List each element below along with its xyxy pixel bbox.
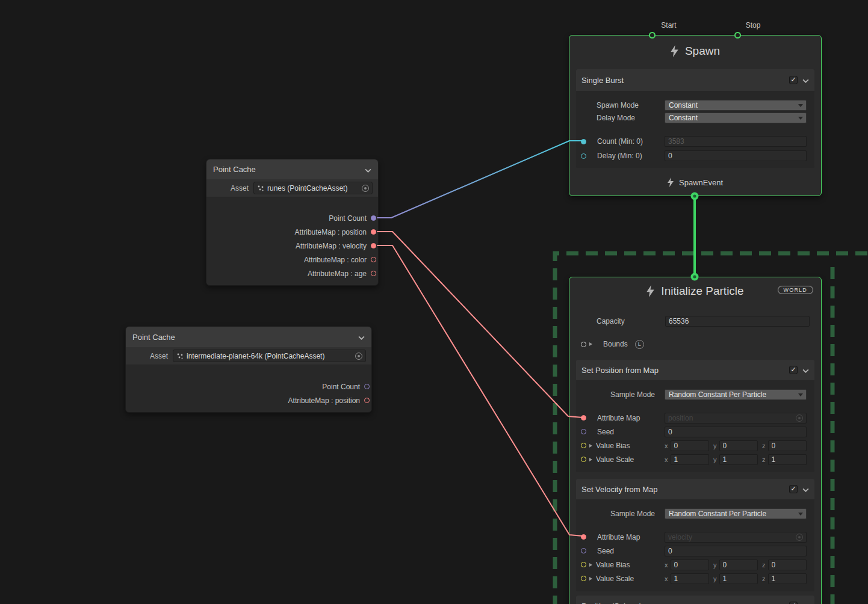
value-bias-input-port[interactable] [581,562,586,567]
delay-field[interactable] [665,150,807,161]
spawn-context-node[interactable]: Start Stop Spawn Single Burst Spawn Mode… [569,35,822,196]
block-header[interactable]: Position (Sphere) [576,596,814,604]
bounds-input-port[interactable] [581,342,586,347]
attribute-map-input-port[interactable] [581,415,586,421]
vfx-graph-canvas[interactable]: Point Cache Asset runes (PointCacheAsset… [0,0,868,604]
seed-input-port[interactable] [581,429,586,434]
value-bias-y-field[interactable] [719,559,758,570]
block-enabled-checkbox[interactable] [789,602,798,604]
port-attributemap-velocity-output[interactable] [371,243,376,248]
attribute-map-field[interactable]: velocity [665,532,807,543]
value-bias-z-field[interactable] [768,440,807,451]
value-bias-x-field[interactable] [671,440,710,451]
output-port-list: Point Count AttributeMap : position Attr… [206,197,378,285]
node-header[interactable]: Point Cache [126,327,371,347]
spawn-event-output[interactable]: SpawnEvent [569,168,821,197]
chevron-down-icon[interactable] [802,75,809,85]
chevron-down-icon[interactable] [365,164,371,175]
sample-mode-dropdown[interactable]: Random Constant Per Particle [665,389,807,400]
value-scale-y-field[interactable] [719,454,758,465]
block-enabled-checkbox[interactable] [789,76,798,84]
attribute-map-field[interactable]: position [665,413,807,424]
asset-row: Asset runes (PointCacheAsset) [206,179,378,197]
chevron-down-icon[interactable] [358,331,365,342]
expand-arrow-icon[interactable] [589,577,592,581]
lightning-icon [646,285,654,297]
node-title-bar[interactable]: Spawn [569,35,821,67]
node-header[interactable]: Point Cache [206,159,378,179]
port-attributemap-color-output[interactable] [371,257,376,262]
value-scale-z-field[interactable] [768,454,807,465]
node-title: Initialize Particle [661,285,743,298]
axis-y-label: y [713,456,717,463]
chevron-down-icon[interactable] [802,600,809,604]
single-burst-block[interactable]: Single Burst Spawn Mode Constant Delay M… [576,69,814,168]
sample-mode-dropdown[interactable]: Random Constant Per Particle [665,508,807,519]
value-bias-input-port[interactable] [581,443,586,448]
seed-label: Seed [597,547,614,555]
port-attributemap-position-output[interactable] [364,398,370,403]
block-enabled-checkbox[interactable] [789,366,798,374]
vector3-field: x y z [665,573,807,584]
object-picker-icon[interactable] [355,353,362,360]
count-input-port[interactable] [581,139,586,144]
set-position-from-map-block[interactable]: Set Position from Map Sample Mode Random… [576,360,814,472]
count-field[interactable] [665,136,807,147]
port-attributemap-position-output[interactable] [371,229,376,235]
start-flow-port[interactable] [649,32,656,39]
setting-row: Delay Mode Constant [576,111,814,124]
chevron-down-icon[interactable] [802,365,809,375]
axis-z-label: z [762,456,766,463]
expand-arrow-icon[interactable] [589,444,592,448]
axis-y-label: y [713,575,717,582]
lightning-icon [668,177,674,187]
point-cache-node-runes[interactable]: Point Cache Asset runes (PointCacheAsset… [206,159,379,286]
asset-object-field[interactable]: runes (PointCacheAsset) [253,182,373,194]
spawn-mode-dropdown[interactable]: Constant [665,100,807,111]
seed-field[interactable] [665,427,807,437]
property-row: Value Scale x y z [576,572,814,585]
object-picker-icon[interactable] [796,534,803,541]
expand-arrow-icon[interactable] [589,563,592,567]
value-scale-x-field[interactable] [671,454,710,465]
point-cache-node-planet[interactable]: Point Cache Asset intermediate-planet-64… [125,326,372,413]
axis-z-label: z [762,575,766,582]
property-row: Attribute Map velocity [576,530,814,544]
seed-input-port[interactable] [581,548,586,553]
block-header[interactable]: Set Velocity from Map [576,479,814,499]
port-point-count-output[interactable] [371,215,376,221]
delay-mode-dropdown[interactable]: Constant [665,112,807,123]
block-header[interactable]: Single Burst [576,69,814,91]
attribute-map-input-port[interactable] [581,534,586,540]
expand-arrow-icon[interactable] [589,342,592,346]
position-sphere-block[interactable]: Position (Sphere) [576,596,814,604]
port-attributemap-age-output[interactable] [371,271,376,276]
block-header[interactable]: Set Position from Map [576,360,814,380]
stop-flow-port[interactable] [734,32,741,39]
value-bias-y-field[interactable] [719,440,758,451]
object-picker-icon[interactable] [362,185,369,192]
initialize-particle-context-node[interactable]: Initialize Particle WORLD Capacity Bound… [569,277,822,604]
capacity-field[interactable] [665,316,810,327]
expand-arrow-icon[interactable] [589,458,592,461]
value-scale-input-port[interactable] [581,576,586,581]
node-title-bar[interactable]: Initialize Particle WORLD [569,277,821,305]
value-scale-input-port[interactable] [581,457,586,462]
value-scale-x-field[interactable] [671,573,710,584]
seed-field[interactable] [665,546,807,556]
block-body: Spawn Mode Constant Delay Mode Constant [576,91,814,168]
value-scale-z-field[interactable] [768,573,807,584]
space-toggle-badge[interactable]: WORLD [778,286,814,294]
block-enabled-checkbox[interactable] [789,485,798,493]
object-picker-icon[interactable] [796,414,803,422]
value-bias-z-field[interactable] [768,559,807,570]
port-point-count-output[interactable] [364,384,370,389]
dropdown-value: Constant [669,101,698,109]
bounds-link-icon[interactable]: L [635,340,644,349]
value-bias-x-field[interactable] [671,559,710,570]
chevron-down-icon[interactable] [802,484,809,495]
asset-object-field[interactable]: intermediate-planet-64k (PointCacheAsset… [173,350,366,362]
delay-input-port[interactable] [581,153,586,159]
value-scale-y-field[interactable] [719,573,758,584]
set-velocity-from-map-block[interactable]: Set Velocity from Map Sample Mode Random… [576,479,814,591]
